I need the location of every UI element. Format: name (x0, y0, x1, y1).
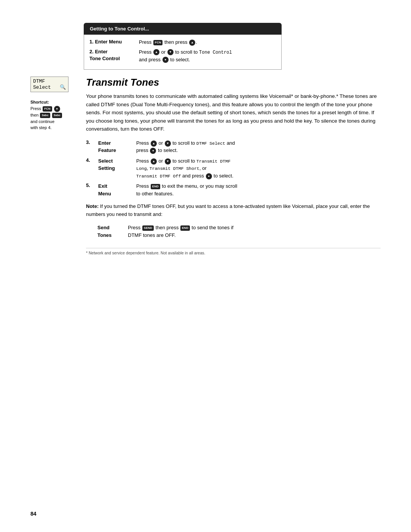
intro-text: Your phone transmits tones to communicat… (86, 92, 381, 133)
shortcut-3abc-btn-2: 3abc (52, 113, 62, 118)
step-5-desc: Press END to exit the menu, or you may s… (136, 182, 381, 197)
shortcut-title: Shortcut: (30, 100, 80, 104)
down-button-2: ▼ (167, 49, 174, 55)
shortcut-fcn-btn: FCN (43, 106, 52, 112)
header-step-2: 2. EnterTone Control Press ▲ or ▼ to scr… (89, 48, 276, 64)
header-step-2-desc: Press ▲ or ▼ to scroll to Tone Control a… (139, 48, 276, 64)
step-4-desc: Press ▲ or ▼ to scroll to Transmit DTMFL… (136, 157, 381, 180)
step5-end-btn: END (151, 184, 160, 189)
shortcut-select-btn: ● (54, 106, 60, 112)
step3-up-btn: ▲ (151, 141, 157, 147)
step-3-num: 3. (86, 139, 97, 145)
page-title: Transmit Tones (86, 77, 381, 88)
step-3-label: EnterFeature (98, 139, 136, 154)
getting-box-header: Getting to Tone Control... (84, 23, 282, 35)
main-steps: 3. EnterFeature Press ▲ or ▼ to scroll t… (86, 139, 381, 198)
step4-down-btn: ▼ (165, 158, 171, 165)
step-5: 5. ExitMenu Press END to exit the menu, … (86, 182, 381, 197)
send-tones-label: SendTones (97, 224, 128, 239)
note-bold: Note: (86, 203, 99, 209)
step4-up-btn: ▲ (151, 158, 157, 165)
send-tones-row: SendTones Press SEND then press END to s… (97, 224, 381, 239)
steps-table: 1. Enter Menu Press FCN then press ▲. 2.… (84, 35, 282, 70)
step3-select-btn: ● (150, 148, 156, 154)
note-section: Note: If you turned the DTMF tones OFF, … (86, 203, 381, 219)
getting-box-title: Getting to Tone Control... (90, 26, 149, 32)
up-button-1: ▲ (189, 40, 195, 46)
header-step-1: 1. Enter Menu Press FCN then press ▲. (89, 38, 276, 46)
step-4-label: SelectSetting (98, 157, 136, 172)
shortcut-box: Shortcut: Press FCN ● then 3abc 3abc and… (30, 100, 80, 131)
select-button-2: ● (162, 57, 169, 63)
header-step-2-label: 2. EnterTone Control (89, 48, 139, 62)
lcd-search-icon: 🔍 (60, 84, 66, 90)
step-3: 3. EnterFeature Press ▲ or ▼ to scroll t… (86, 139, 381, 154)
header-step-1-label: 1. Enter Menu (89, 38, 139, 45)
fcn-button: FCN (153, 40, 162, 45)
footnote: * Network and service dependent feature.… (86, 248, 381, 255)
left-sidebar: DTMF Select 🔍 Shortcut: Press FCN ● then… (30, 77, 80, 255)
step-3-desc: Press ▲ or ▼ to scroll to DTMF Select an… (136, 139, 381, 154)
send-tones-desc: Press SEND then press END to send the to… (128, 224, 233, 239)
page: Getting to Tone Control... 1. Enter Menu… (0, 0, 411, 532)
step4-select-btn: ● (206, 173, 212, 179)
right-content: Transmit Tones Your phone transmits tone… (86, 77, 381, 255)
lcd-line2: Select 🔍 (33, 84, 66, 90)
end-btn: END (180, 225, 190, 231)
step-4-num: 4. (86, 157, 97, 163)
note-text: If you turned the DTMF tones OFF, but yo… (86, 203, 370, 217)
step-4: 4. SelectSetting Press ▲ or ▼ to scroll … (86, 157, 381, 180)
lcd-line2-text: Select (33, 85, 51, 90)
page-number: 84 (30, 511, 37, 517)
send-btn: SEND (142, 225, 154, 231)
step-5-label: ExitMenu (98, 182, 136, 197)
shortcut-3abc-btn-1: 3abc (40, 113, 50, 118)
lcd-display: DTMF Select 🔍 (30, 77, 68, 92)
header-step-1-desc: Press FCN then press ▲. (139, 38, 276, 46)
up-button-2: ▲ (153, 49, 159, 55)
step3-down-btn: ▼ (165, 141, 171, 147)
main-content: DTMF Select 🔍 Shortcut: Press FCN ● then… (30, 77, 381, 255)
step-5-num: 5. (86, 182, 97, 188)
shortcut-text: Press FCN ● then 3abc 3abc and continue … (30, 105, 80, 131)
lcd-line1: DTMF (33, 78, 66, 84)
